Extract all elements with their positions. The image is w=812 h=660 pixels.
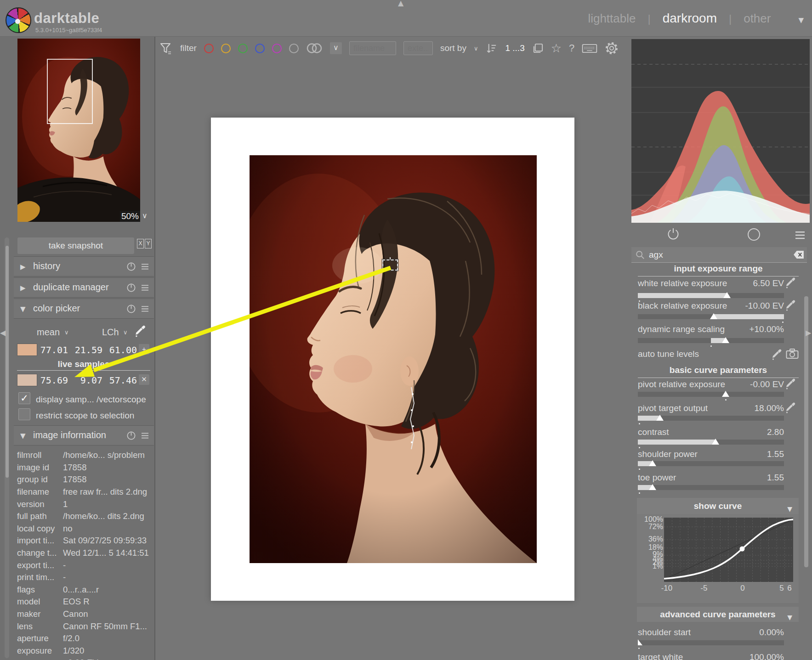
color-label-purple-icon[interactable] — [272, 44, 282, 53]
image-canvas[interactable] — [211, 118, 574, 601]
section-history[interactable]: ▶ history — [14, 256, 154, 276]
module-search[interactable] — [631, 247, 807, 263]
reset-icon[interactable] — [126, 431, 136, 440]
help-icon[interactable]: ? — [569, 42, 574, 54]
histogram-waveform[interactable] — [631, 39, 810, 223]
toe-power-slider[interactable] — [638, 485, 784, 490]
focus-peaking-star-icon[interactable]: ☆ — [551, 41, 562, 55]
auto-tune-picker-icon[interactable] — [771, 347, 783, 360]
zoom-dropdown-icon[interactable]: ∨ — [142, 211, 148, 220]
section-title[interactable]: duplicate manager — [33, 282, 109, 293]
statistic-dropdown[interactable]: mean — [37, 327, 60, 338]
add-sample-button[interactable]: + — [139, 344, 149, 355]
tab-lighttable[interactable]: lighttable — [588, 11, 636, 26]
section-color-picker[interactable]: ▼ color picker — [14, 299, 154, 319]
display-samples-checkbox[interactable]: ✓ — [18, 392, 30, 404]
slider-value[interactable]: 18.00% — [698, 403, 784, 413]
live-sample-swatch[interactable] — [17, 374, 37, 386]
hamburger-menu-icon[interactable] — [794, 231, 806, 240]
sort-dropdown-chevron[interactable]: ∨ — [474, 45, 478, 52]
white-relative-exposure-slider[interactable] — [638, 293, 784, 298]
left-scrollbar-thumb[interactable] — [6, 246, 9, 478]
multi-image-icon[interactable] — [532, 43, 544, 54]
display-samples-label[interactable]: display samp... /vectorscope — [36, 395, 146, 405]
section-title[interactable]: image information — [33, 430, 106, 440]
zoom-level-badge[interactable]: 50% — [120, 211, 140, 222]
extension-filter-input[interactable] — [403, 41, 433, 55]
slider-value[interactable]: -10.00 EV — [698, 301, 784, 311]
colorspace-dropdown[interactable]: LCh — [102, 327, 119, 338]
module-power-icon[interactable] — [666, 227, 680, 241]
sort-order-icon[interactable] — [485, 42, 498, 55]
clear-search-icon[interactable] — [793, 250, 805, 259]
color-label-green-icon[interactable] — [238, 44, 248, 53]
tab-darkroom[interactable]: darkroom — [663, 11, 717, 26]
slider-value[interactable]: 100.00% — [698, 652, 784, 660]
views-dropdown-icon[interactable]: ▼ — [798, 16, 804, 24]
collapse-left-panel-icon[interactable]: ◀ — [0, 328, 6, 337]
auto-tune-camera-icon[interactable] — [786, 348, 799, 359]
collapse-top-panel-icon[interactable]: ▲ — [398, 0, 403, 7]
contrast-slider[interactable] — [638, 440, 784, 445]
slider-value[interactable]: -0.00 EV — [698, 379, 784, 389]
dynamic-range-scaling-slider[interactable] — [638, 338, 784, 343]
advanced-curve-header[interactable]: advanced curve parameters ▼ — [637, 607, 799, 622]
slider-value[interactable]: 0.00% — [698, 627, 784, 637]
navigation-thumbnail[interactable]: 50% — [17, 39, 140, 222]
slider-value[interactable]: 2.80 — [698, 427, 784, 437]
presets-icon[interactable] — [141, 432, 149, 439]
collapse-right-panel-icon[interactable]: ▶ — [806, 328, 811, 337]
pivot-target-output-slider[interactable] — [638, 416, 784, 421]
snapshot-compare-toggle[interactable]: X Y — [137, 239, 152, 248]
color-label-red-icon[interactable] — [204, 44, 214, 53]
color-label-yellow-icon[interactable] — [221, 44, 231, 53]
shoulder-power-slider[interactable] — [638, 461, 784, 466]
show-curve-header[interactable]: show curve ▼ — [637, 498, 799, 514]
collapse-icon[interactable]: ▼ — [20, 432, 26, 440]
viewport-rectangle[interactable] — [47, 59, 93, 124]
chevron-down-icon[interactable]: ∨ — [64, 329, 69, 336]
expand-icon[interactable]: ▶ — [20, 263, 26, 271]
collapse-icon[interactable]: ▼ — [20, 305, 26, 313]
black-relative-exposure-slider[interactable] — [638, 314, 784, 319]
section-title[interactable]: history — [33, 261, 60, 271]
module-search-input[interactable] — [649, 250, 793, 260]
restrict-scope-checkbox[interactable] — [18, 408, 30, 420]
reset-icon[interactable] — [126, 304, 136, 314]
color-label-blue-icon[interactable] — [255, 44, 265, 53]
section-title[interactable]: color picker — [33, 303, 80, 314]
reset-icon[interactable] — [126, 283, 136, 293]
color-picker-icon[interactable] — [785, 377, 797, 389]
focus-circle-icon[interactable] — [748, 228, 760, 241]
live-sample-marker[interactable] — [382, 259, 398, 271]
slider-value[interactable]: 6.50 EV — [698, 278, 784, 288]
zoom-range-label[interactable]: 1 ...3 — [505, 43, 524, 53]
pivot-relative-exposure-slider[interactable] — [638, 392, 784, 397]
section-image-information[interactable]: ▼ image information — [14, 425, 154, 446]
tone-curve-graph[interactable] — [664, 518, 793, 582]
filter-options-chevron[interactable]: ∨ — [330, 42, 342, 54]
presets-icon[interactable] — [141, 284, 149, 291]
filter-funnel-icon[interactable] — [159, 41, 173, 55]
slider-value[interactable]: +10.00% — [698, 324, 784, 334]
shortcuts-keyboard-icon[interactable] — [582, 43, 597, 54]
restrict-scope-label[interactable]: restrict scope to selection — [36, 411, 134, 421]
presets-icon[interactable] — [141, 305, 149, 312]
color-picker-icon[interactable] — [785, 298, 797, 311]
tab-other[interactable]: other — [744, 11, 771, 26]
color-picker-icon[interactable] — [785, 401, 797, 413]
presets-icon[interactable] — [141, 263, 149, 270]
color-picker-icon[interactable] — [785, 276, 797, 288]
preferences-gear-icon[interactable] — [605, 41, 619, 55]
expand-icon[interactable]: ▶ — [20, 284, 26, 292]
auto-tune-label[interactable]: auto tune levels — [638, 349, 699, 359]
slider-value[interactable]: 1.55 — [698, 449, 784, 459]
section-duplicate-manager[interactable]: ▶ duplicate manager — [14, 277, 154, 298]
reset-icon[interactable] — [126, 262, 136, 271]
shoulder-start-slider[interactable] — [638, 640, 784, 645]
filename-filter-input[interactable] — [349, 41, 396, 55]
color-label-gray-icon[interactable] — [289, 44, 299, 53]
remove-sample-button[interactable]: ✕ — [139, 374, 149, 385]
take-snapshot-button[interactable]: take snapshot — [17, 237, 134, 254]
grouping-icon[interactable] — [306, 43, 323, 54]
